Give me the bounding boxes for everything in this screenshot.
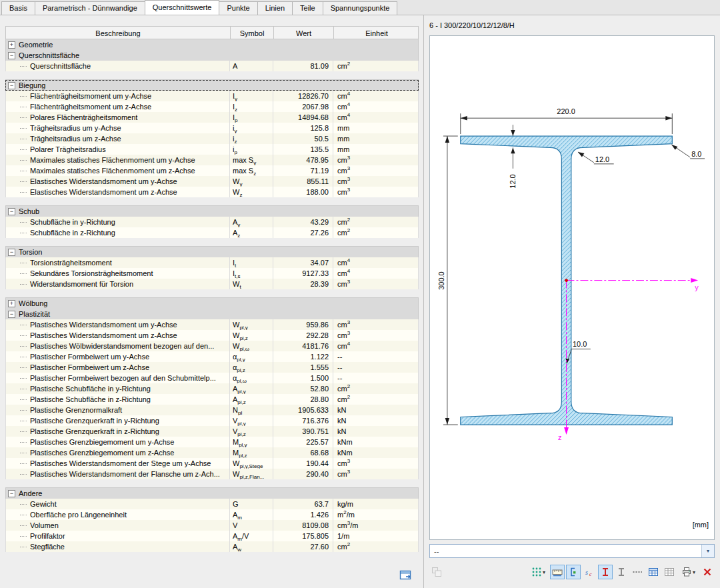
principal-axes-button[interactable]: [598, 565, 613, 579]
expand-toggle-icon[interactable]: −: [8, 208, 15, 215]
table-row[interactable]: Plastischer Formbeiwert bezogen auf den …: [5, 373, 419, 383]
expand-toggle-icon[interactable]: −: [8, 82, 15, 89]
expand-toggle-icon[interactable]: +: [8, 41, 15, 49]
table-row[interactable]: Schubfläche in y-RichtungAy43.29cm2: [5, 217, 419, 227]
table-row[interactable]: Schubfläche in z-RichtungAz27.26cm2: [5, 227, 419, 238]
row-symbol: Mpl,z: [230, 447, 273, 458]
dimensions-toggle-button[interactable]: [550, 565, 565, 579]
grid-gray-icon: [664, 567, 675, 577]
row-symbol: Vpl,z: [230, 426, 273, 437]
expand-toggle-icon[interactable]: −: [8, 249, 15, 256]
tab-linien[interactable]: Linien: [257, 1, 293, 15]
table-row[interactable]: Plastisches Widerstandsmoment der Stege …: [5, 458, 419, 469]
table-row[interactable]: Oberfläche pro LängeneinheitAm1.426m2/m: [5, 509, 419, 520]
table-row[interactable]: Plastisches Widerstandsmoment um y-Achse…: [5, 319, 419, 330]
table-row[interactable]: Polares FlächenträgheitsmomentIp14894.68…: [5, 112, 419, 123]
group-label: Torsion: [19, 248, 42, 256]
table-row[interactable]: Polarer Trägheitsradiusip135.5mm: [5, 144, 419, 155]
row-description: Trägheitsradius um y-Achse: [5, 123, 230, 133]
tab-querschnittswerte[interactable]: Querschnittswerte: [145, 0, 220, 15]
row-symbol: max Sy: [230, 155, 273, 165]
table-row[interactable]: Elastisches Widerstandsmoment um z-Achse…: [5, 187, 419, 197]
point-display-button[interactable]: ▾: [528, 565, 549, 579]
table-row[interactable]: StegflächeAw27.60cm2: [5, 541, 419, 552]
close-graphic-button[interactable]: [700, 565, 715, 579]
tab-bar: BasisParametrisch - DünnwandigeQuerschni…: [0, 0, 720, 15]
table-row[interactable]: Plastischer Formbeiwert um y-Achseαpl,y1…: [5, 351, 419, 362]
table-row[interactable]: Elastisches Widerstandsmoment um y-Achse…: [5, 176, 419, 187]
table-row[interactable]: Trägheitsradius um z-Achseiz50.5mm: [5, 133, 419, 144]
group-row-torsion[interactable]: −Torsion: [5, 247, 419, 257]
table-row[interactable]: Maximales statisches Flächenmoment um y-…: [5, 155, 419, 165]
table-row[interactable]: Plastisches Widerstandsmoment der Flansc…: [5, 469, 419, 479]
table-row[interactable]: GewichtG63.7kg/m: [5, 499, 419, 509]
table-row[interactable]: QuerschnittsflächeA81.09cm2: [5, 61, 419, 71]
chevron-down-icon[interactable]: ▾: [693, 569, 695, 575]
group-row-w-lbung[interactable]: +Wölbung: [5, 298, 419, 309]
table-row[interactable]: Plastischer Formbeiwert um z-Achseαpl,z1…: [5, 362, 419, 373]
graphic-panel: 6 - I 300/220/10/12/12/8/H: [424, 15, 720, 588]
tab-basis[interactable]: Basis: [1, 1, 35, 15]
graphic-dropdown[interactable]: -- ▾: [429, 544, 715, 558]
grid-blue-icon: [648, 567, 659, 577]
tab-parametrisch-d-nnwandige[interactable]: Parametrisch - Dünnwandige: [35, 1, 145, 15]
row-symbol: Am/V: [230, 531, 273, 541]
tab-teile[interactable]: Teile: [292, 1, 323, 15]
export-table-button[interactable]: [398, 569, 414, 583]
expand-toggle-icon[interactable]: −: [8, 490, 15, 497]
table-row[interactable]: Sekundäres TorsionsträgheitsmomentIt,s91…: [5, 268, 419, 279]
group-row-geometrie[interactable]: +Geometrie: [5, 39, 419, 50]
row-unit: m2/m: [333, 509, 419, 520]
text-part: kNm: [337, 438, 353, 446]
tab-punkte[interactable]: Punkte: [219, 1, 257, 15]
expand-toggle-icon[interactable]: −: [8, 311, 15, 318]
print-graphic-button[interactable]: ▾: [678, 565, 699, 579]
text-part: G: [233, 500, 239, 508]
subscript: pl,z: [239, 335, 247, 341]
grid-toggle-button[interactable]: [662, 565, 677, 579]
table-row[interactable]: Plastische Grenzquerkraft in y-RichtungV…: [5, 415, 419, 426]
text-part: mm: [337, 145, 349, 153]
tab-spannungspunkte[interactable]: Spannungspunkte: [323, 1, 398, 15]
row-description: Elastisches Widerstandsmoment um z-Achse: [5, 187, 230, 197]
expand-toggle-icon[interactable]: −: [8, 52, 15, 59]
row-description: Plastisches Widerstandsmoment der Flansc…: [5, 469, 230, 479]
hidden-lines-button[interactable]: [630, 565, 645, 579]
text-part: cm: [337, 218, 347, 226]
table-row[interactable]: Plastische GrenznormalkraftNpl1905.633kN: [5, 405, 419, 415]
group-row-plastizit-t[interactable]: −Plastizität: [5, 309, 419, 319]
group-row-querschnittsfl-che[interactable]: −Querschnittsfläche: [5, 50, 419, 61]
table-row[interactable]: ProfilfaktorAm/V175.8051/m: [5, 531, 419, 541]
table-row[interactable]: Flächenträgheitsmoment um y-AchseIy12826…: [5, 91, 419, 101]
table-row[interactable]: Plastisches Grenzbiegemoment um y-AchseM…: [5, 437, 419, 447]
table-row[interactable]: Maximales statisches Flächenmoment um z-…: [5, 165, 419, 176]
table-row[interactable]: Plastische Schubfläche in y-RichtungApl,…: [5, 383, 419, 394]
group-row-biegung[interactable]: −Biegung: [5, 80, 419, 91]
shear-center-toggle-button[interactable]: sc: [582, 565, 597, 579]
chevron-down-icon[interactable]: ▾: [701, 545, 714, 557]
dim-height-label: 300.0: [437, 271, 445, 289]
group-row-andere[interactable]: −Andere: [5, 488, 419, 499]
table-row[interactable]: Plastisches Grenzbiegemoment um z-AchseM…: [5, 447, 419, 458]
group-row-schub[interactable]: −Schub: [5, 206, 419, 217]
text-part: W: [233, 342, 239, 350]
numbering-button[interactable]: [646, 565, 661, 579]
table-row[interactable]: Plastische Grenzquerkraft in z-RichtungV…: [5, 426, 419, 437]
text-part: cm: [337, 167, 347, 175]
row-description: Elastisches Widerstandsmoment um y-Achse: [5, 176, 230, 187]
table-row[interactable]: VolumenV8109.08cm3/m: [5, 520, 419, 531]
table-row[interactable]: Trägheitsradius um y-Achseiy125.8mm: [5, 123, 419, 133]
table-row[interactable]: TorsionsträgheitsmomentIt34.07cm4: [5, 257, 419, 268]
text-part: /V: [242, 532, 249, 540]
outline-toggle-button[interactable]: [566, 565, 581, 579]
table-row[interactable]: Plastisches Widerstandsmoment um z-Achse…: [5, 330, 419, 341]
table-row[interactable]: Flächenträgheitsmoment um z-AchseIz2067.…: [5, 101, 419, 112]
subscript: pl,y: [239, 325, 247, 330]
input-axes-button[interactable]: [614, 565, 629, 579]
chevron-down-icon[interactable]: ▾: [543, 569, 545, 575]
expand-toggle-icon[interactable]: +: [8, 300, 15, 307]
table-row[interactable]: Plastisches Wölbwiderstandsmoment bezoge…: [5, 341, 419, 351]
table-row[interactable]: Widerstandsmoment für TorsionWt28.39cm3: [5, 279, 419, 289]
table-row[interactable]: Plastische Schubfläche in z-RichtungApl,…: [5, 394, 419, 405]
row-value: 1.426: [273, 509, 333, 520]
